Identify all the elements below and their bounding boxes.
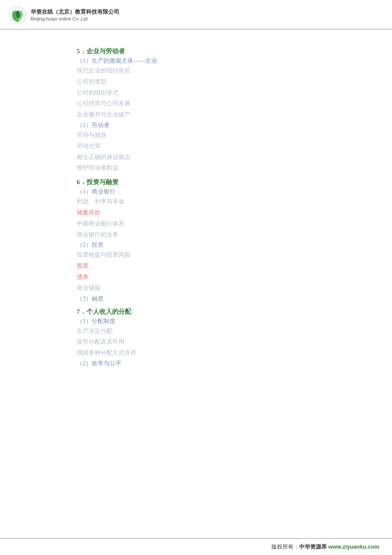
section-7: 7．个人收入的分配 （1）分配制度 生产决定分配 按劳分配及其作用 我国多种分配… [77,308,315,367]
company-name-cn: 华资在线（北京）教育科技有限公司 [31,9,119,16]
subsection-5-1: （1）生产的微观主体——企业 [77,57,315,65]
topic-item: 投资收益与投资风险 [77,250,315,260]
topic-item-highlight: 债券 [77,272,315,282]
logo-container: 华资在线（北京）教育科技有限公司 Beijing huazi online Co… [9,6,119,25]
company-name-en: Beijing huazi online Co.,Ltd [31,16,119,22]
topic-item: 树立正确的择业观念 [77,152,315,162]
subsection-6-1: （1）商业银行 [77,188,315,196]
section-7-title: 7．个人收入的分配 [77,308,315,316]
subsection-5-2: （2）劳动者 [77,121,315,129]
topic-item: 商业银行的业务 [77,230,315,240]
topic-item: 维护劳动者权益 [77,163,315,173]
subsection-6-3: （3）融资 [77,295,315,303]
subsection-7-1: （1）分配制度 [77,318,315,325]
company-logo-icon [9,6,27,25]
topic-item: 利息、利率与本金 [77,197,315,207]
section-6-title: 6．投资与融资 [77,178,315,186]
main-content: 5．企业与劳动者 （1）生产的微观主体——企业 现代企业的组织形式 公司的类型 … [0,29,392,538]
footer-brand: 中华资源库 [299,543,327,550]
topic-item: 中国商业银行体系 [77,219,315,229]
topic-item: 我国多种分配方式并存 [77,348,315,358]
topic-item: 生产决定分配 [77,326,315,336]
topic-item: 按劳分配及其作用 [77,337,315,347]
topic-item: 公司的组织形式 [77,88,315,98]
topic-item: 公司经营与公司发展 [77,98,315,109]
topic-item: 现代企业的组织形式 [77,66,315,76]
section-6: 6．投资与融资 （1）商业银行 利息、利率与本金 储蓄存款 中国商业银行体系 商… [77,178,315,302]
section-5: 5．企业与劳动者 （1）生产的微观主体——企业 现代企业的组织形式 公司的类型 … [77,47,315,173]
footer-text: 版权所有：中华资源库 www.ziyuanku.com [271,543,379,551]
topic-item: 公司的类型 [77,77,315,87]
footer: 版权所有：中华资源库 www.ziyuanku.com [0,538,392,555]
topic-item: 劳动与就业 [77,130,315,140]
footer-url: www.ziyuanku.com [329,543,379,550]
topic-item-highlight: 股票 [77,261,315,271]
header: 华资在线（北京）教育科技有限公司 Beijing huazi online Co… [0,0,392,29]
footer-label: 版权所有： [271,543,299,550]
topic-item: 劳动光荣 [77,141,315,151]
subsection-7-2: （2）效率与公平 [77,360,315,367]
topic-item-highlight: 储蓄存款 [77,208,315,218]
topic-item: 企业兼并与企业破产 [77,110,315,120]
subsection-6-2: （2）投资 [77,241,315,249]
section-5-title: 5．企业与劳动者 [77,47,315,55]
topic-item: 商业保险 [77,283,315,293]
company-info: 华资在线（北京）教育科技有限公司 Beijing huazi online Co… [31,9,119,22]
page-container: 华资在线（北京）教育科技有限公司 Beijing huazi online Co… [0,0,392,555]
